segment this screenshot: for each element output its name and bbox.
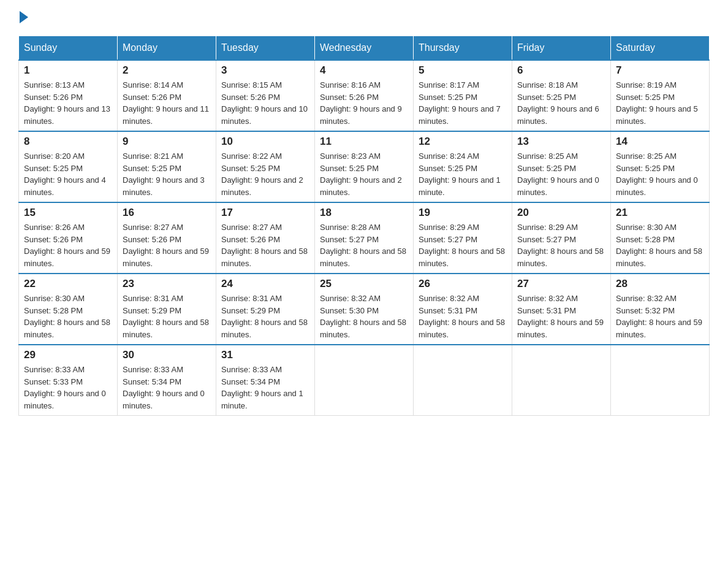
calendar-cell: 4 Sunrise: 8:16 AM Sunset: 5:26 PM Dayli…: [315, 60, 414, 131]
calendar-cell: 30 Sunrise: 8:33 AM Sunset: 5:34 PM Dayl…: [118, 345, 216, 416]
calendar-cell: 31 Sunrise: 8:33 AM Sunset: 5:34 PM Dayl…: [216, 345, 315, 416]
calendar-header-wednesday: Wednesday: [315, 36, 414, 61]
day-info: Sunrise: 8:32 AM Sunset: 5:30 PM Dayligh…: [320, 293, 408, 340]
day-number: 24: [221, 278, 309, 290]
calendar-header-monday: Monday: [118, 36, 216, 61]
day-number: 31: [221, 349, 309, 361]
calendar-cell: 24 Sunrise: 8:31 AM Sunset: 5:29 PM Dayl…: [216, 274, 315, 345]
day-info: Sunrise: 8:26 AM Sunset: 5:26 PM Dayligh…: [24, 221, 112, 269]
day-number: 21: [616, 207, 704, 219]
day-number: 30: [123, 349, 211, 361]
calendar-cell: 21 Sunrise: 8:30 AM Sunset: 5:28 PM Dayl…: [611, 202, 710, 274]
day-info: Sunrise: 8:24 AM Sunset: 5:25 PM Dayligh…: [419, 150, 507, 198]
day-info: Sunrise: 8:27 AM Sunset: 5:26 PM Dayligh…: [221, 221, 309, 269]
calendar-cell: 12 Sunrise: 8:24 AM Sunset: 5:25 PM Dayl…: [414, 131, 512, 202]
day-info: Sunrise: 8:19 AM Sunset: 5:25 PM Dayligh…: [616, 79, 704, 127]
calendar-week-row: 22 Sunrise: 8:30 AM Sunset: 5:28 PM Dayl…: [19, 274, 710, 345]
day-info: Sunrise: 8:30 AM Sunset: 5:28 PM Dayligh…: [24, 293, 112, 340]
day-number: 9: [123, 136, 211, 148]
calendar-cell: 25 Sunrise: 8:32 AM Sunset: 5:30 PM Dayl…: [315, 274, 414, 345]
calendar-header-saturday: Saturday: [611, 36, 710, 61]
calendar-cell: 20 Sunrise: 8:29 AM Sunset: 5:27 PM Dayl…: [512, 202, 611, 274]
day-number: 28: [616, 278, 704, 290]
calendar-header-friday: Friday: [512, 36, 611, 61]
day-number: 12: [419, 136, 507, 148]
day-number: 11: [320, 136, 408, 148]
day-number: 17: [221, 207, 309, 219]
calendar-cell: 27 Sunrise: 8:32 AM Sunset: 5:31 PM Dayl…: [512, 274, 611, 345]
calendar-cell: 13 Sunrise: 8:25 AM Sunset: 5:25 PM Dayl…: [512, 131, 611, 202]
calendar-cell: 22 Sunrise: 8:30 AM Sunset: 5:28 PM Dayl…: [19, 274, 118, 345]
calendar-week-row: 29 Sunrise: 8:33 AM Sunset: 5:33 PM Dayl…: [19, 345, 710, 416]
day-info: Sunrise: 8:13 AM Sunset: 5:26 PM Dayligh…: [24, 79, 112, 127]
calendar-cell: 1 Sunrise: 8:13 AM Sunset: 5:26 PM Dayli…: [19, 60, 118, 131]
day-info: Sunrise: 8:32 AM Sunset: 5:31 PM Dayligh…: [517, 293, 605, 340]
calendar-cell: 11 Sunrise: 8:23 AM Sunset: 5:25 PM Dayl…: [315, 131, 414, 202]
calendar-cell: [414, 345, 512, 416]
day-number: 13: [517, 136, 605, 148]
day-info: Sunrise: 8:27 AM Sunset: 5:26 PM Dayligh…: [123, 221, 211, 269]
calendar-cell: 14 Sunrise: 8:25 AM Sunset: 5:25 PM Dayl…: [611, 131, 710, 202]
day-info: Sunrise: 8:17 AM Sunset: 5:25 PM Dayligh…: [419, 79, 507, 127]
day-number: 25: [320, 278, 408, 290]
calendar-header-tuesday: Tuesday: [216, 36, 315, 61]
calendar-header-sunday: Sunday: [19, 36, 118, 61]
calendar-cell: 5 Sunrise: 8:17 AM Sunset: 5:25 PM Dayli…: [414, 60, 512, 131]
calendar-cell: 10 Sunrise: 8:22 AM Sunset: 5:25 PM Dayl…: [216, 131, 315, 202]
day-info: Sunrise: 8:33 AM Sunset: 5:34 PM Dayligh…: [123, 364, 211, 412]
calendar-cell: 6 Sunrise: 8:18 AM Sunset: 5:25 PM Dayli…: [512, 60, 611, 131]
calendar-cell: 17 Sunrise: 8:27 AM Sunset: 5:26 PM Dayl…: [216, 202, 315, 274]
day-number: 6: [517, 64, 605, 77]
day-number: 5: [419, 64, 507, 77]
calendar-cell: 28 Sunrise: 8:32 AM Sunset: 5:32 PM Dayl…: [611, 274, 710, 345]
day-number: 19: [419, 207, 507, 219]
calendar-cell: 19 Sunrise: 8:29 AM Sunset: 5:27 PM Dayl…: [414, 202, 512, 274]
calendar-header-thursday: Thursday: [414, 36, 512, 61]
calendar-cell: 7 Sunrise: 8:19 AM Sunset: 5:25 PM Dayli…: [611, 60, 710, 131]
day-number: 27: [517, 278, 605, 290]
calendar-cell: 15 Sunrise: 8:26 AM Sunset: 5:26 PM Dayl…: [19, 202, 118, 274]
calendar-cell: 9 Sunrise: 8:21 AM Sunset: 5:25 PM Dayli…: [118, 131, 216, 202]
logo-triangle-icon: [20, 11, 28, 23]
day-info: Sunrise: 8:33 AM Sunset: 5:33 PM Dayligh…: [24, 364, 112, 412]
calendar-cell: 23 Sunrise: 8:31 AM Sunset: 5:29 PM Dayl…: [118, 274, 216, 345]
calendar-week-row: 1 Sunrise: 8:13 AM Sunset: 5:26 PM Dayli…: [19, 60, 710, 131]
day-number: 7: [616, 64, 704, 77]
day-number: 16: [123, 207, 211, 219]
calendar-cell: 16 Sunrise: 8:27 AM Sunset: 5:26 PM Dayl…: [118, 202, 216, 274]
calendar-cell: 26 Sunrise: 8:32 AM Sunset: 5:31 PM Dayl…: [414, 274, 512, 345]
day-info: Sunrise: 8:31 AM Sunset: 5:29 PM Dayligh…: [123, 293, 211, 340]
calendar-cell: 8 Sunrise: 8:20 AM Sunset: 5:25 PM Dayli…: [19, 131, 118, 202]
day-info: Sunrise: 8:29 AM Sunset: 5:27 PM Dayligh…: [419, 221, 507, 269]
day-info: Sunrise: 8:30 AM Sunset: 5:28 PM Dayligh…: [616, 221, 704, 269]
day-number: 29: [24, 349, 112, 361]
day-info: Sunrise: 8:33 AM Sunset: 5:34 PM Dayligh…: [221, 364, 309, 412]
day-number: 14: [616, 136, 704, 148]
calendar-cell: 18 Sunrise: 8:28 AM Sunset: 5:27 PM Dayl…: [315, 202, 414, 274]
day-info: Sunrise: 8:15 AM Sunset: 5:26 PM Dayligh…: [221, 79, 309, 127]
calendar-table: SundayMondayTuesdayWednesdayThursdayFrid…: [18, 36, 710, 416]
day-info: Sunrise: 8:31 AM Sunset: 5:29 PM Dayligh…: [221, 293, 309, 340]
day-number: 23: [123, 278, 211, 290]
day-number: 26: [419, 278, 507, 290]
day-number: 4: [320, 64, 408, 77]
day-info: Sunrise: 8:21 AM Sunset: 5:25 PM Dayligh…: [123, 150, 211, 198]
logo-blue-container: [18, 12, 28, 23]
day-number: 10: [221, 136, 309, 148]
day-info: Sunrise: 8:20 AM Sunset: 5:25 PM Dayligh…: [24, 150, 112, 198]
calendar-cell: [315, 345, 414, 416]
calendar-week-row: 15 Sunrise: 8:26 AM Sunset: 5:26 PM Dayl…: [19, 202, 710, 274]
day-number: 2: [123, 64, 211, 77]
day-info: Sunrise: 8:18 AM Sunset: 5:25 PM Dayligh…: [517, 79, 605, 127]
calendar-week-row: 8 Sunrise: 8:20 AM Sunset: 5:25 PM Dayli…: [19, 131, 710, 202]
calendar-cell: [611, 345, 710, 416]
day-info: Sunrise: 8:25 AM Sunset: 5:25 PM Dayligh…: [616, 150, 704, 198]
day-number: 22: [24, 278, 112, 290]
day-number: 1: [24, 64, 112, 77]
day-info: Sunrise: 8:22 AM Sunset: 5:25 PM Dayligh…: [221, 150, 309, 198]
calendar-cell: 29 Sunrise: 8:33 AM Sunset: 5:33 PM Dayl…: [19, 345, 118, 416]
day-info: Sunrise: 8:23 AM Sunset: 5:25 PM Dayligh…: [320, 150, 408, 198]
day-info: Sunrise: 8:16 AM Sunset: 5:26 PM Dayligh…: [320, 79, 408, 127]
calendar-cell: [512, 345, 611, 416]
calendar-header-row: SundayMondayTuesdayWednesdayThursdayFrid…: [19, 36, 710, 61]
